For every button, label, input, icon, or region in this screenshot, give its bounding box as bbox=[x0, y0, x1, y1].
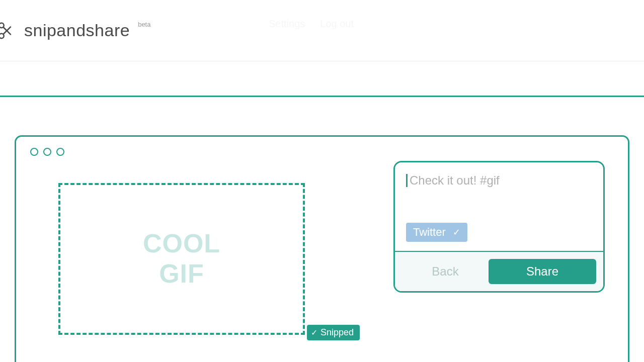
window-controls bbox=[16, 137, 628, 156]
svg-point-1 bbox=[0, 33, 4, 38]
snipped-label: Snipped bbox=[320, 327, 354, 338]
back-button[interactable]: Back bbox=[402, 264, 489, 279]
brand-block: snipandshare beta bbox=[0, 21, 150, 40]
snip-line-1: COOL bbox=[143, 229, 220, 258]
beta-badge: beta bbox=[138, 21, 150, 28]
share-panel-footer: Back Share bbox=[395, 251, 603, 291]
share-panel: Check it out! #gif Twitter ✓ Back Share bbox=[393, 161, 605, 293]
check-icon: ✓ bbox=[311, 328, 317, 337]
window-dot bbox=[30, 148, 38, 156]
brand-name: snipandshare bbox=[24, 21, 130, 40]
twitter-chip-label: Twitter bbox=[413, 226, 446, 239]
share-panel-body: Check it out! #gif Twitter ✓ bbox=[395, 162, 603, 251]
snip-line-2: GIF bbox=[159, 259, 204, 288]
check-icon: ✓ bbox=[453, 227, 460, 238]
share-button[interactable]: Share bbox=[489, 259, 596, 284]
scissors-icon bbox=[0, 22, 12, 40]
nav-settings[interactable]: Settings bbox=[269, 18, 305, 30]
app-header: snipandshare beta Settings Log out bbox=[0, 0, 644, 61]
snip-placeholder-text: COOL GIF bbox=[143, 229, 220, 289]
snip-selection-region[interactable]: COOL GIF bbox=[58, 183, 305, 335]
header-nav: Settings Log out bbox=[269, 18, 354, 30]
caption-placeholder: Check it out! #gif bbox=[410, 173, 500, 187]
browser-window: COOL GIF ✓ Snipped Check it out! #gif Tw… bbox=[15, 135, 629, 362]
snipped-status-badge: ✓ Snipped bbox=[307, 325, 360, 340]
text-cursor bbox=[406, 174, 408, 187]
nav-logout[interactable]: Log out bbox=[320, 18, 354, 30]
svg-point-0 bbox=[0, 23, 4, 27]
caption-input[interactable]: Check it out! #gif bbox=[406, 173, 592, 204]
twitter-destination-chip[interactable]: Twitter ✓ bbox=[406, 223, 467, 242]
window-dot bbox=[56, 148, 64, 156]
window-dot bbox=[43, 148, 51, 156]
section-divider bbox=[0, 96, 644, 97]
